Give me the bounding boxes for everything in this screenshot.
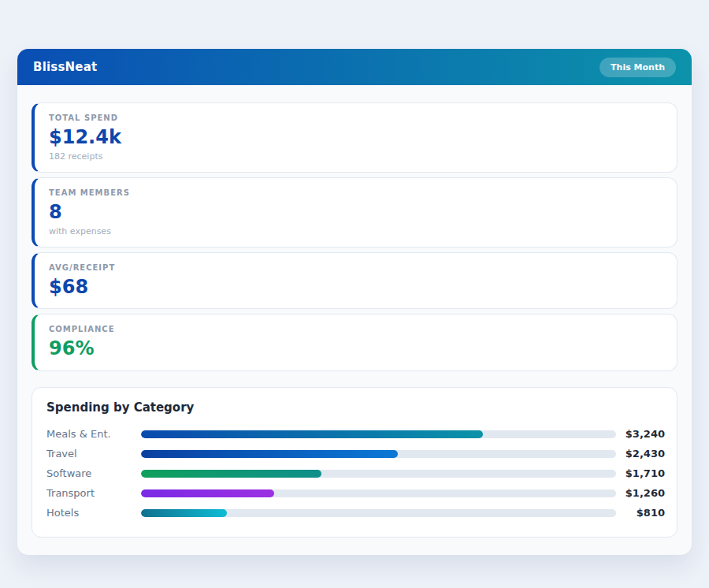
category-value: $1,260 xyxy=(616,487,665,499)
stat-value: $12.4k xyxy=(49,126,663,149)
category-row: Travel $2,430 xyxy=(46,444,665,463)
app-header: BlissNeat This Month xyxy=(17,49,692,85)
bar-track xyxy=(141,470,616,478)
stat-value: 96% xyxy=(49,337,663,360)
stat-card-team-members: TEAM MEMBERS 8 with expenses xyxy=(32,177,677,247)
stat-value: 8 xyxy=(49,201,663,224)
category-label: Software xyxy=(46,467,141,479)
dashboard-content: TOTAL SPEND $12.4k 182 receipts TEAM MEM… xyxy=(17,85,692,555)
stat-label: COMPLIANCE xyxy=(49,325,663,333)
category-row: Transport $1,260 xyxy=(46,483,665,503)
bar-fill xyxy=(141,430,483,438)
category-value: $810 xyxy=(616,507,665,519)
category-row: Hotels $810 xyxy=(46,503,665,523)
stat-card-compliance: COMPLIANCE 96% xyxy=(32,314,677,371)
bar-track xyxy=(141,489,616,497)
category-label: Travel xyxy=(46,448,141,460)
bar-fill xyxy=(141,470,321,478)
category-value: $2,430 xyxy=(616,448,665,460)
bar-track xyxy=(141,509,616,517)
bar-track xyxy=(141,430,616,438)
app-panel: BlissNeat This Month TOTAL SPEND $12.4k … xyxy=(17,49,692,555)
bar-fill xyxy=(141,509,227,517)
stat-value: $68 xyxy=(49,276,663,299)
stat-label: TEAM MEMBERS xyxy=(49,188,663,197)
stat-sub: 182 receipts xyxy=(49,151,663,162)
category-value: $3,240 xyxy=(616,428,665,440)
app-title: BlissNeat xyxy=(33,60,97,74)
period-badge[interactable]: This Month xyxy=(599,58,676,77)
stat-label: AVG/RECEIPT xyxy=(49,263,663,272)
category-row: Meals & Ent. $3,240 xyxy=(46,424,665,444)
bar-track xyxy=(141,450,616,458)
stat-card-total-spend: TOTAL SPEND $12.4k 182 receipts xyxy=(32,102,677,173)
spending-title: Spending by Category xyxy=(46,400,665,415)
category-rows: Meals & Ent. $3,240 Travel $2,430 Softwa… xyxy=(46,424,665,523)
stat-sub: with expenses xyxy=(49,226,663,236)
spending-by-category-card: Spending by Category Meals & Ent. $3,240… xyxy=(32,387,677,538)
category-value: $1,710 xyxy=(616,467,665,479)
category-label: Transport xyxy=(46,487,141,499)
stat-label: TOTAL SPEND xyxy=(49,114,663,122)
page: { "header": { "title": "BlissNeat", "bad… xyxy=(0,0,709,588)
stat-card-avg-receipt: AVG/RECEIPT $68 xyxy=(32,252,677,310)
category-row: Software $1,710 xyxy=(46,463,665,483)
category-label: Meals & Ent. xyxy=(46,428,141,440)
bar-fill xyxy=(141,450,398,458)
bar-fill xyxy=(141,489,274,497)
category-label: Hotels xyxy=(46,507,141,519)
